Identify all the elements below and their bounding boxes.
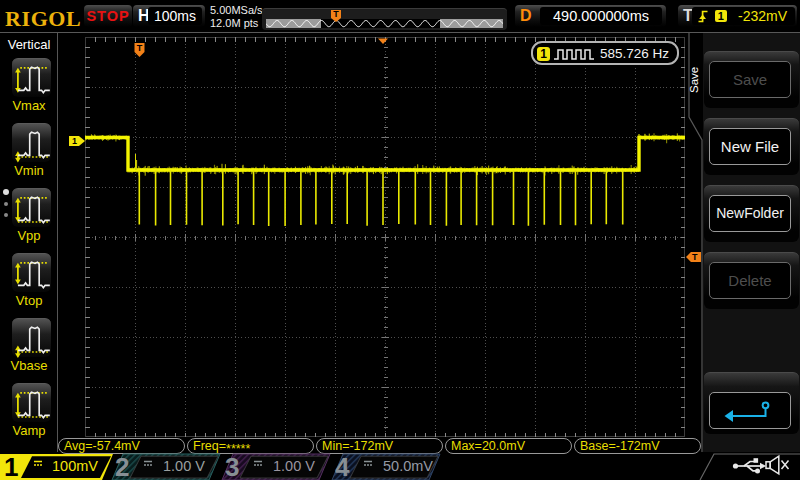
svg-text:50.0mV: 50.0mV (383, 458, 433, 474)
svg-text:T: T (137, 43, 143, 53)
svg-text:100mV: 100mV (52, 458, 98, 474)
svg-text:1.00 V: 1.00 V (273, 458, 315, 474)
svg-text:2: 2 (115, 452, 129, 480)
svg-text:4: 4 (335, 452, 350, 480)
svg-text:1: 1 (4, 452, 18, 480)
svg-text:3: 3 (225, 452, 239, 480)
svg-text:1.00 V: 1.00 V (163, 458, 205, 474)
